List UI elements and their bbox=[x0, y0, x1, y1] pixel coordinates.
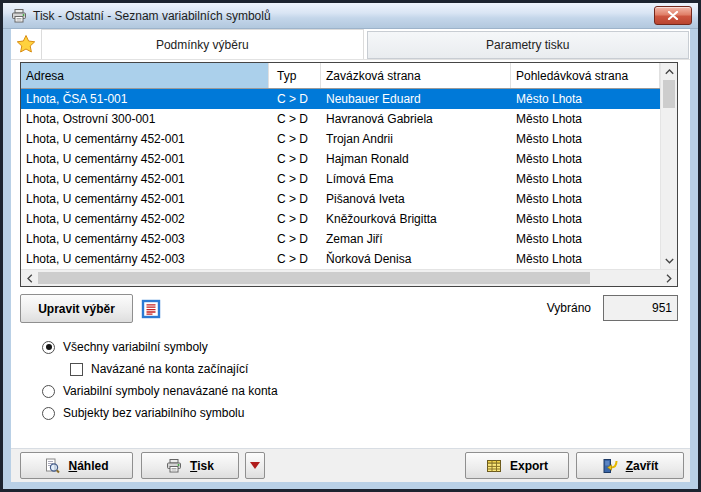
selected-count-field: 951 bbox=[603, 295, 678, 321]
column-header-zavazkova[interactable]: Zavázková strana bbox=[321, 63, 511, 88]
column-header-pohledavkova[interactable]: Pohledávková strana bbox=[511, 63, 660, 88]
scroll-up-arrow-icon[interactable] bbox=[661, 63, 677, 80]
table-body: Lhota, ČSA 51-001C > DNeubauer EduardMěs… bbox=[21, 89, 660, 269]
vertical-scroll-thumb[interactable] bbox=[663, 80, 675, 108]
tab-label: Parametry tisku bbox=[486, 38, 569, 52]
close-icon bbox=[667, 11, 679, 20]
table-row[interactable]: Lhota, U cementárny 452-001C > DHajman R… bbox=[21, 149, 660, 169]
column-header-typ[interactable]: Typ bbox=[269, 63, 321, 88]
print-button-label: Tisk bbox=[190, 459, 214, 473]
export-button[interactable]: Export bbox=[465, 452, 569, 479]
table-cell[interactable]: Kněžourková Brigitta bbox=[321, 209, 511, 229]
table-cell[interactable]: Havranová Gabriela bbox=[321, 109, 511, 129]
table-cell[interactable]: Lhota, U cementárny 452-001 bbox=[21, 189, 269, 209]
tab-selection-conditions[interactable]: Podmínky výběru bbox=[41, 29, 364, 59]
table-cell[interactable]: C > D bbox=[269, 89, 321, 109]
exit-door-icon bbox=[602, 458, 618, 474]
table-row[interactable]: Lhota, U cementárny 452-001C > DPišanová… bbox=[21, 189, 660, 209]
table-cell[interactable]: C > D bbox=[269, 109, 321, 129]
radio-label: Variabilní symboly nenavázané na konta bbox=[63, 384, 278, 398]
table-cell[interactable]: Lhota, U cementárny 452-001 bbox=[21, 169, 269, 189]
table-cell[interactable]: C > D bbox=[269, 229, 321, 249]
favorite-button[interactable] bbox=[11, 29, 41, 59]
table-cell[interactable]: Město Lhota bbox=[511, 209, 660, 229]
table-header-row: Adresa Typ Zavázková strana Pohledávková… bbox=[21, 63, 660, 89]
radio-symbols-not-linked[interactable]: Variabilní symboly nenavázané na konta bbox=[42, 384, 278, 398]
table-cell[interactable]: Zeman Jiří bbox=[321, 229, 511, 249]
table-cell[interactable]: Hajman Ronald bbox=[321, 149, 511, 169]
dialog-client-area: Podmínky výběru Parametry tisku Adresa T… bbox=[11, 29, 690, 482]
table-row[interactable]: Lhota, U cementárny 452-002C > DKněžourk… bbox=[21, 209, 660, 229]
export-button-label: Export bbox=[510, 459, 548, 473]
edit-selection-button[interactable]: Upravit výběr bbox=[20, 294, 133, 323]
close-button-label: Zavřít bbox=[626, 459, 659, 473]
close-dialog-button[interactable]: Zavřít bbox=[576, 452, 684, 479]
table-row[interactable]: Lhota, U cementárny 452-001C > DLímová E… bbox=[21, 169, 660, 189]
table-cell[interactable]: Lhota, U cementárny 452-002 bbox=[21, 209, 269, 229]
table-cell[interactable]: Límová Ema bbox=[321, 169, 511, 189]
spreadsheet-icon bbox=[486, 458, 502, 474]
checkbox-box[interactable] bbox=[70, 363, 83, 376]
table-cell[interactable]: C > D bbox=[269, 189, 321, 209]
table-cell[interactable]: Trojan Andrii bbox=[321, 129, 511, 149]
selected-count-label: Vybráno bbox=[547, 301, 591, 315]
radio-icon[interactable] bbox=[42, 341, 55, 354]
list-icon bbox=[141, 299, 161, 319]
table-row[interactable]: Lhota, Ostrovní 300-001C > DHavranová Ga… bbox=[21, 109, 660, 129]
scroll-left-arrow-icon[interactable] bbox=[21, 270, 38, 287]
table-cell[interactable]: C > D bbox=[269, 249, 321, 269]
table-cell[interactable]: Město Lhota bbox=[511, 249, 660, 269]
preview-button[interactable]: Náhled bbox=[20, 452, 133, 479]
horizontal-scrollbar[interactable] bbox=[21, 269, 677, 286]
star-icon bbox=[16, 34, 36, 54]
tab-strip: Podmínky výběru Parametry tisku bbox=[11, 29, 690, 60]
checkbox-linked-accounts[interactable]: Navázané na konta začínající bbox=[70, 362, 248, 376]
radio-icon[interactable] bbox=[42, 407, 55, 420]
vertical-scrollbar[interactable] bbox=[660, 63, 677, 269]
radio-all-variable-symbols[interactable]: Všechny variabilní symboly bbox=[42, 340, 208, 354]
table-cell[interactable]: C > D bbox=[269, 209, 321, 229]
table-cell[interactable]: Neubauer Eduard bbox=[321, 89, 511, 109]
table-cell[interactable]: Město Lhota bbox=[511, 109, 660, 129]
radio-label: Všechny variabilní symboly bbox=[63, 340, 208, 354]
table-cell[interactable]: Město Lhota bbox=[511, 129, 660, 149]
table-cell[interactable]: Město Lhota bbox=[511, 149, 660, 169]
table-cell[interactable]: C > D bbox=[269, 129, 321, 149]
table-cell[interactable]: Město Lhota bbox=[511, 89, 660, 109]
table-cell[interactable]: Ňorková Denisa bbox=[321, 249, 511, 269]
window-title: Tisk - Ostatní - Seznam variabilních sym… bbox=[33, 9, 271, 23]
table-row[interactable]: Lhota, ČSA 51-001C > DNeubauer EduardMěs… bbox=[21, 89, 660, 109]
scroll-right-arrow-icon[interactable] bbox=[660, 270, 677, 287]
radio-subjects-without-symbol[interactable]: Subjekty bez variabilního symbolu bbox=[42, 406, 244, 420]
preview-button-label: Náhled bbox=[68, 459, 108, 473]
table-cell[interactable]: Město Lhota bbox=[511, 229, 660, 249]
scroll-down-arrow-icon[interactable] bbox=[661, 252, 677, 269]
dialog-window: Tisk - Ostatní - Seznam variabilních sym… bbox=[0, 0, 701, 492]
table-row[interactable]: Lhota, U cementárny 452-001C > DTrojan A… bbox=[21, 129, 660, 149]
title-bar[interactable]: Tisk - Ostatní - Seznam variabilních sym… bbox=[3, 3, 698, 29]
radio-icon[interactable] bbox=[42, 385, 55, 398]
tab-print-parameters[interactable]: Parametry tisku bbox=[367, 31, 690, 59]
table-cell[interactable]: Lhota, ČSA 51-001 bbox=[21, 89, 269, 109]
column-header-adresa[interactable]: Adresa bbox=[21, 63, 269, 88]
table-cell[interactable]: C > D bbox=[269, 149, 321, 169]
table-cell[interactable]: Město Lhota bbox=[511, 169, 660, 189]
table-row[interactable]: Lhota, U cementárny 452-003C > DŇorková … bbox=[21, 249, 660, 269]
close-window-button[interactable] bbox=[654, 6, 692, 25]
table-cell[interactable]: Lhota, U cementárny 452-003 bbox=[21, 249, 269, 269]
table-cell[interactable]: C > D bbox=[269, 169, 321, 189]
dropdown-arrow-icon bbox=[250, 462, 260, 469]
tab-label: Podmínky výběru bbox=[156, 38, 249, 52]
print-options-button[interactable] bbox=[245, 452, 265, 479]
selection-list-button[interactable] bbox=[138, 296, 164, 322]
horizontal-scroll-thumb[interactable] bbox=[38, 272, 590, 284]
subjects-table: Adresa Typ Zavázková strana Pohledávková… bbox=[20, 62, 678, 287]
table-cell[interactable]: Lhota, U cementárny 452-001 bbox=[21, 149, 269, 169]
table-cell[interactable]: Lhota, U cementárny 452-001 bbox=[21, 129, 269, 149]
table-cell[interactable]: Lhota, Ostrovní 300-001 bbox=[21, 109, 269, 129]
print-button[interactable]: Tisk bbox=[141, 452, 239, 479]
table-row[interactable]: Lhota, U cementárny 452-003C > DZeman Ji… bbox=[21, 229, 660, 249]
table-cell[interactable]: Město Lhota bbox=[511, 189, 660, 209]
table-cell[interactable]: Pišanová Iveta bbox=[321, 189, 511, 209]
table-cell[interactable]: Lhota, U cementárny 452-003 bbox=[21, 229, 269, 249]
